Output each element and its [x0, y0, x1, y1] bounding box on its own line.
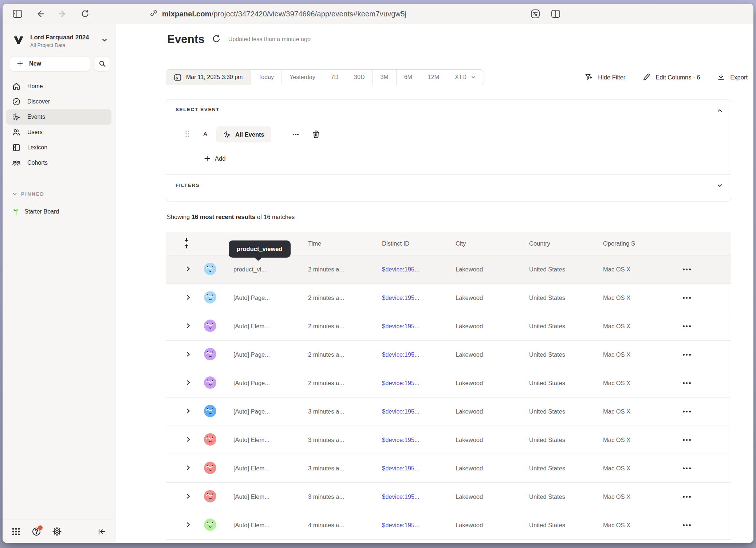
- row-more-button[interactable]: [673, 411, 731, 412]
- forward-icon[interactable]: [58, 9, 67, 19]
- country-cell: United States: [516, 465, 590, 472]
- distinct-id-link[interactable]: $device:195...: [369, 323, 443, 330]
- row-more-button[interactable]: [673, 297, 731, 299]
- range-7d[interactable]: 7D: [323, 70, 346, 85]
- table-row[interactable]: [Auto] Page... 3 minutes a... $device:19…: [166, 398, 731, 426]
- range-12m[interactable]: 12M: [420, 70, 447, 85]
- event-more-button[interactable]: [288, 127, 303, 142]
- table-row[interactable]: [Auto] Page... 2 minutes a... $device:19…: [166, 341, 731, 369]
- row-more-button[interactable]: [673, 325, 731, 327]
- row-more-button[interactable]: [673, 382, 731, 384]
- add-event-button[interactable]: Add: [204, 151, 225, 166]
- sidebar-item-events[interactable]: Events: [6, 109, 111, 125]
- expand-filters-icon[interactable]: [717, 183, 723, 190]
- row-more-button[interactable]: [673, 439, 731, 441]
- column-header-time[interactable]: Time: [295, 240, 369, 247]
- collapse-section-icon[interactable]: [717, 107, 723, 115]
- row-more-button[interactable]: [673, 524, 731, 526]
- download-icon: [717, 73, 725, 82]
- home-icon: [12, 82, 21, 91]
- expand-row-icon[interactable]: [186, 437, 191, 444]
- expand-row-icon[interactable]: [186, 323, 191, 330]
- back-icon[interactable]: [35, 9, 45, 19]
- table-row[interactable]: product_vi... 2 minutes a... $device:195…: [166, 255, 731, 284]
- range-today[interactable]: Today: [251, 70, 282, 85]
- distinct-id-link[interactable]: $device:195...: [369, 522, 443, 529]
- expand-row-icon[interactable]: [186, 465, 191, 472]
- expand-row-icon[interactable]: [186, 522, 191, 529]
- events-cursor-icon: [12, 113, 21, 121]
- range-xtd[interactable]: XTD: [447, 70, 484, 85]
- address-bar[interactable]: mixpanel.com/project/3472420/view/397469…: [150, 4, 406, 24]
- distinct-id-link[interactable]: $device:195...: [369, 465, 443, 472]
- distinct-id-link[interactable]: $device:195...: [369, 351, 443, 358]
- os-cell: Mac OS X: [590, 408, 673, 415]
- split-view-icon[interactable]: [551, 9, 560, 19]
- row-more-button[interactable]: [673, 269, 731, 270]
- range-6m[interactable]: 6M: [397, 70, 420, 85]
- table-row[interactable]: [Auto] Page... 2 minutes a... $device:19…: [166, 369, 731, 398]
- table-row[interactable]: [Auto] Elem... 3 minutes a... $device:19…: [166, 483, 731, 511]
- table-row[interactable]: [Auto] Elem... 3 minutes a... $device:19…: [166, 454, 731, 483]
- settings-gear-icon[interactable]: [52, 527, 62, 536]
- sidebar-item-home[interactable]: Home: [6, 79, 111, 94]
- refresh-icon[interactable]: [212, 34, 221, 45]
- project-switcher[interactable]: Lord Farquaad 2024 All Project Data: [3, 24, 115, 48]
- all-events-chip[interactable]: All Events: [216, 126, 271, 142]
- sidebar-item-starter-board[interactable]: Starter Board: [3, 197, 115, 216]
- row-more-button[interactable]: [673, 496, 731, 498]
- sidebar-item-cohorts[interactable]: Cohorts: [6, 155, 111, 171]
- row-more-button[interactable]: [673, 467, 731, 469]
- page-settings-icon[interactable]: [531, 9, 540, 19]
- date-picker-button[interactable]: Mar 11, 2025 3:30 pm: [166, 70, 251, 85]
- table-row[interactable]: [Auto] Elem... 4 minutes a... $device:19…: [166, 511, 731, 540]
- apps-grid-icon[interactable]: [11, 527, 21, 536]
- sidebar-toggle-icon[interactable]: [13, 9, 22, 19]
- range-yesterday[interactable]: Yesterday: [282, 70, 323, 85]
- users-icon: [12, 128, 21, 137]
- range-30d[interactable]: 30D: [346, 70, 373, 85]
- column-header-country[interactable]: Country: [516, 240, 590, 247]
- search-button[interactable]: [95, 56, 110, 71]
- distinct-id-link[interactable]: $device:195...: [369, 493, 443, 500]
- expand-row-icon[interactable]: [186, 408, 191, 415]
- table-row[interactable]: [Auto] Elem... 3 minutes a... $device:19…: [166, 426, 731, 454]
- column-header-city[interactable]: City: [443, 240, 516, 247]
- sidebar-item-lexicon[interactable]: Lexicon: [6, 140, 111, 155]
- help-icon[interactable]: [32, 527, 41, 536]
- pinned-section-header[interactable]: PINNED: [3, 181, 115, 197]
- expand-row-icon[interactable]: [186, 294, 191, 302]
- sidebar-item-users[interactable]: Users: [6, 125, 111, 140]
- city-cell: Lakewood: [443, 323, 516, 330]
- expand-row-icon[interactable]: [186, 266, 191, 273]
- page-title: Events: [167, 33, 205, 46]
- distinct-id-link[interactable]: $device:195...: [369, 408, 443, 415]
- range-3m[interactable]: 3M: [373, 70, 396, 85]
- distinct-id-link[interactable]: $device:195...: [369, 294, 443, 301]
- expand-row-icon[interactable]: [186, 351, 191, 359]
- row-more-button[interactable]: [673, 354, 731, 356]
- reload-icon[interactable]: [80, 9, 90, 19]
- table-row[interactable]: [Auto] Elem... 2 minutes a... $device:19…: [166, 312, 731, 341]
- distinct-id-link[interactable]: $device:195...: [369, 437, 443, 443]
- collapse-sidebar-icon[interactable]: [97, 527, 106, 536]
- edit-columns-button[interactable]: Edit Columns · 6: [642, 73, 700, 82]
- delete-event-button[interactable]: [309, 127, 323, 142]
- drag-handle[interactable]: [185, 130, 189, 139]
- expand-row-icon[interactable]: [186, 493, 191, 501]
- new-button[interactable]: New: [10, 56, 90, 71]
- export-button[interactable]: Export: [717, 73, 748, 82]
- main-content: Events Updated less than a minute ago Ma…: [115, 24, 753, 543]
- sidebar-item-discover[interactable]: Discover: [6, 94, 111, 109]
- distinct-id-link[interactable]: $device:195...: [369, 380, 443, 387]
- sidebar-item-label: Home: [27, 83, 43, 90]
- column-header-distinct-id[interactable]: Distinct ID: [369, 240, 443, 247]
- hide-filter-button[interactable]: Hide Filter: [584, 73, 625, 82]
- country-cell: United States: [516, 294, 590, 301]
- table-row[interactable]: [166, 540, 731, 543]
- table-row[interactable]: [Auto] Page... 2 minutes a... $device:19…: [166, 284, 731, 312]
- expand-row-icon[interactable]: [186, 380, 191, 387]
- collapse-rows-icon[interactable]: [184, 238, 189, 250]
- column-header-os[interactable]: Operating S: [590, 240, 673, 247]
- distinct-id-link[interactable]: $device:195...: [369, 266, 443, 273]
